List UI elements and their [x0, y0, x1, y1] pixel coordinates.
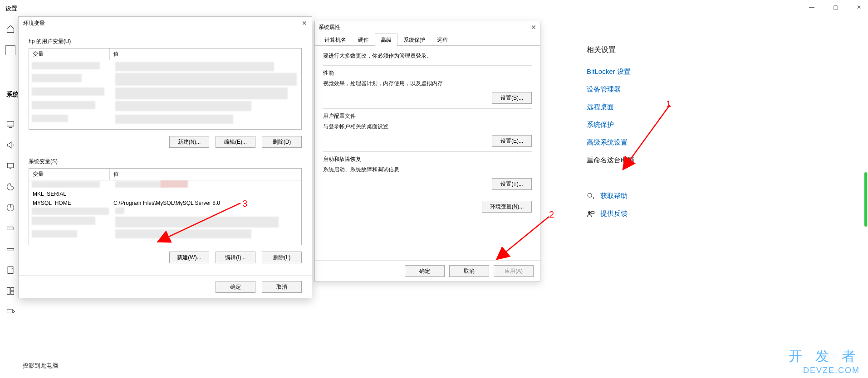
tab-computer-name[interactable]: 计算机名: [319, 34, 352, 46]
annotation-1: 1: [666, 99, 671, 109]
system-properties-dialog: 系统属性 ✕ 计算机名 硬件 高级 系统保护 远程 要进行大多数更改，你必须作为…: [314, 21, 540, 282]
sound-icon[interactable]: [6, 141, 15, 150]
svg-rect-4: [7, 248, 14, 250]
profile-title: 用户配置文件: [323, 112, 532, 120]
sysprops-cancel-button[interactable]: 取消: [449, 265, 489, 277]
sys-edit-button[interactable]: 编辑(I)...: [216, 252, 255, 263]
profile-settings-button[interactable]: 设置(E)...: [492, 135, 532, 147]
tablet-icon[interactable]: [6, 266, 15, 275]
storage-icon[interactable]: [6, 245, 15, 254]
watermark-zh: 开 发 者: [789, 347, 860, 366]
perf-desc: 视觉效果，处理器计划，内存使用，以及虚拟内存: [323, 80, 532, 87]
scroll-indicator[interactable]: [864, 172, 867, 227]
tab-hardware[interactable]: 硬件: [352, 34, 375, 46]
minimize-button[interactable]: —: [805, 3, 818, 12]
env-title: 环境变量: [23, 19, 45, 27]
svg-rect-12: [591, 211, 594, 213]
display-icon[interactable]: [6, 120, 15, 129]
sys-vars-table[interactable]: 变量 值 en-3.5 MKL_SERIAL MYSQL_HOME C:\Pro…: [29, 168, 302, 245]
maximize-button[interactable]: ▢: [829, 3, 842, 12]
project-icon[interactable]: [6, 307, 15, 316]
svg-rect-6: [7, 288, 10, 295]
search-box-icon[interactable]: [5, 45, 15, 55]
close-button[interactable]: ✕: [853, 3, 865, 12]
sysprops-ok-button[interactable]: 确定: [405, 265, 445, 277]
row-mkl-var[interactable]: MKL_SERIAL: [29, 191, 110, 197]
link-system-protection[interactable]: 系统保护: [587, 121, 634, 129]
perf-title: 性能: [323, 69, 532, 77]
svg-point-10: [588, 193, 592, 197]
svg-rect-3: [7, 227, 13, 230]
svg-point-11: [588, 211, 591, 214]
col-value[interactable]: 值: [110, 48, 301, 60]
feedback-link[interactable]: 提供反馈: [587, 209, 634, 218]
notifications-icon[interactable]: [6, 161, 15, 170]
watermark-en: DEVZE.COM: [789, 366, 860, 375]
tab-advanced[interactable]: 高级: [375, 34, 397, 46]
home-icon[interactable]: [6, 24, 15, 34]
perf-settings-button[interactable]: 设置(S)...: [492, 92, 532, 104]
window-controls: — ▢ ✕: [805, 3, 865, 12]
related-settings: 相关设置 BitLocker 设置 设备管理器 远程桌面 系统保护 高级系统设置…: [587, 45, 634, 218]
sysprops-apply-button[interactable]: 应用(A): [494, 265, 534, 277]
col-variable-sys[interactable]: 变量: [29, 169, 110, 180]
sys-delete-button[interactable]: 删除(L): [262, 252, 302, 263]
system-label: 系统: [6, 91, 19, 99]
link-rename-pc[interactable]: 重命名这台电脑: [587, 156, 634, 165]
user-new-button[interactable]: 新建(N)...: [169, 136, 209, 148]
row-mysql-val[interactable]: C:\Program Files\MySQL\MySQL Server 8.0: [110, 200, 301, 206]
user-vars-table[interactable]: 变量 值: [29, 48, 302, 130]
tab-remote[interactable]: 远程: [431, 34, 454, 46]
get-help-link[interactable]: 获取帮助: [587, 192, 634, 200]
sysprops-title: 系统属性: [319, 24, 340, 31]
svg-rect-1: [7, 163, 13, 168]
focus-icon[interactable]: [6, 182, 15, 191]
svg-rect-9: [7, 309, 13, 313]
sys-vars-label: 系统变量(S): [29, 158, 302, 165]
row-mysql-var[interactable]: MYSQL_HOME: [29, 200, 110, 206]
col-variable[interactable]: 变量: [29, 48, 110, 60]
svg-rect-0: [7, 121, 14, 126]
svg-rect-7: [11, 288, 14, 291]
power-icon[interactable]: [6, 203, 15, 212]
sys-new-button[interactable]: 新建(W)...: [169, 252, 209, 263]
link-bitlocker[interactable]: BitLocker 设置: [587, 68, 634, 76]
sysprops-tabs: 计算机名 硬件 高级 系统保护 远程: [315, 33, 540, 46]
settings-title: 设置: [5, 5, 17, 13]
help-label: 获取帮助: [600, 192, 628, 200]
watermark: 开 发 者 DEVZE.COM: [789, 347, 860, 375]
battery-icon[interactable]: [6, 224, 15, 233]
svg-rect-8: [11, 291, 14, 295]
admin-note: 要进行大多数更改，你必须作为管理员登录。: [323, 52, 532, 60]
help-icon: [587, 192, 595, 200]
env-close-icon[interactable]: ✕: [302, 19, 307, 27]
svg-rect-5: [8, 267, 13, 274]
sysprops-close-icon[interactable]: ✕: [531, 24, 536, 31]
env-vars-dialog: 环境变量 ✕ hp 的用户变量(U) 变量 值 新建(N)..: [18, 16, 312, 298]
tab-system-protection[interactable]: 系统保护: [397, 34, 431, 46]
env-cancel-button[interactable]: 取消: [262, 281, 302, 293]
startup-desc: 系统启动、系统故障和调试信息: [323, 166, 532, 174]
link-remote-desktop[interactable]: 远程桌面: [587, 103, 634, 111]
link-advanced-system[interactable]: 高级系统设置: [587, 138, 634, 147]
env-vars-button[interactable]: 环境变量(N)...: [482, 201, 532, 213]
related-heading: 相关设置: [587, 45, 634, 55]
startup-title: 启动和故障恢复: [323, 155, 532, 163]
col-value-sys[interactable]: 值: [110, 169, 301, 180]
user-vars-label: hp 的用户变量(U): [29, 38, 302, 45]
user-delete-button[interactable]: 删除(D): [262, 136, 302, 148]
projection-text: 投影到此电脑: [23, 362, 58, 370]
startup-settings-button[interactable]: 设置(T)...: [492, 178, 532, 190]
user-edit-button[interactable]: 编辑(E)...: [216, 136, 255, 148]
link-device-manager[interactable]: 设备管理器: [587, 85, 634, 94]
multitask-icon[interactable]: [6, 286, 15, 296]
annotation-3: 3: [242, 199, 247, 209]
env-ok-button[interactable]: 确定: [216, 281, 255, 293]
feedback-icon: [587, 210, 595, 218]
annotation-2: 2: [549, 209, 554, 220]
profile-desc: 与登录帐户相关的桌面设置: [323, 123, 532, 131]
feedback-label: 提供反馈: [600, 209, 628, 218]
